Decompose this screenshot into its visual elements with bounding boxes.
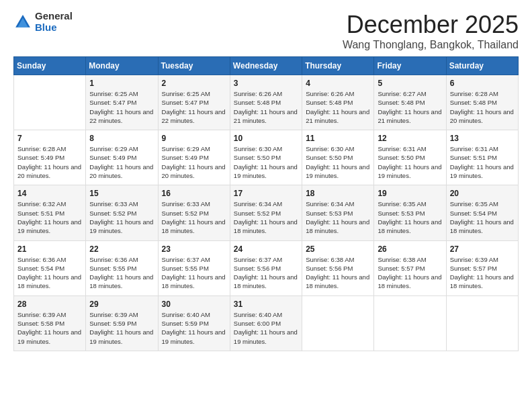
calendar-week-row: 21Sunrise: 6:36 AMSunset: 5:54 PMDayligh… <box>14 240 519 295</box>
calendar-cell: 26Sunrise: 6:38 AMSunset: 5:57 PMDayligh… <box>374 240 446 295</box>
calendar-cell: 23Sunrise: 6:37 AMSunset: 5:55 PMDayligh… <box>158 240 230 295</box>
calendar-cell: 20Sunrise: 6:35 AMSunset: 5:54 PMDayligh… <box>446 185 518 240</box>
day-number: 18 <box>306 189 370 198</box>
cell-details: Sunrise: 6:39 AMSunset: 5:57 PMDaylight:… <box>450 255 515 291</box>
calendar-cell <box>374 295 446 351</box>
day-number: 22 <box>89 244 154 254</box>
cell-details: Sunrise: 6:39 AMSunset: 5:59 PMDaylight:… <box>89 310 154 346</box>
calendar-table: SundayMondayTuesdayWednesdayThursdayFrid… <box>13 56 519 351</box>
calendar-cell: 10Sunrise: 6:30 AMSunset: 5:50 PMDayligh… <box>230 130 302 185</box>
calendar-cell: 13Sunrise: 6:31 AMSunset: 5:51 PMDayligh… <box>446 130 518 185</box>
calendar-week-row: 14Sunrise: 6:32 AMSunset: 5:51 PMDayligh… <box>14 185 519 240</box>
calendar-cell: 25Sunrise: 6:38 AMSunset: 5:56 PMDayligh… <box>302 240 374 295</box>
header-friday: Friday <box>374 57 446 75</box>
cell-details: Sunrise: 6:39 AMSunset: 5:58 PMDaylight:… <box>17 310 82 346</box>
calendar-cell: 29Sunrise: 6:39 AMSunset: 5:59 PMDayligh… <box>86 295 158 351</box>
day-number: 21 <box>17 244 82 254</box>
cell-details: Sunrise: 6:36 AMSunset: 5:54 PMDaylight:… <box>17 255 82 291</box>
day-number: 9 <box>162 134 226 143</box>
day-number: 3 <box>234 79 298 88</box>
cell-details: Sunrise: 6:34 AMSunset: 5:53 PMDaylight:… <box>306 199 370 235</box>
month-title: December 2025 <box>343 11 519 39</box>
day-number: 30 <box>162 300 226 309</box>
logo: General Blue <box>13 11 73 33</box>
calendar-cell: 21Sunrise: 6:36 AMSunset: 5:54 PMDayligh… <box>14 240 86 295</box>
calendar-week-row: 7Sunrise: 6:28 AMSunset: 5:49 PMDaylight… <box>14 130 519 185</box>
day-number: 8 <box>89 134 154 143</box>
day-number: 2 <box>162 79 226 88</box>
calendar-cell: 12Sunrise: 6:31 AMSunset: 5:50 PMDayligh… <box>374 130 446 185</box>
day-number: 24 <box>234 244 298 254</box>
cell-details: Sunrise: 6:27 AMSunset: 5:48 PMDaylight:… <box>378 89 442 125</box>
day-number: 19 <box>378 189 442 198</box>
calendar-cell: 7Sunrise: 6:28 AMSunset: 5:49 PMDaylight… <box>14 130 86 185</box>
location-title: Wang Thonglang, Bangkok, Thailand <box>343 39 519 51</box>
header-sunday: Sunday <box>14 57 86 75</box>
cell-details: Sunrise: 6:28 AMSunset: 5:49 PMDaylight:… <box>17 144 82 180</box>
cell-details: Sunrise: 6:35 AMSunset: 5:53 PMDaylight:… <box>378 199 442 235</box>
cell-details: Sunrise: 6:37 AMSunset: 5:55 PMDaylight:… <box>162 255 226 291</box>
header-wednesday: Wednesday <box>230 57 302 75</box>
cell-details: Sunrise: 6:31 AMSunset: 5:50 PMDaylight:… <box>378 144 442 180</box>
calendar-cell <box>446 295 518 351</box>
calendar-cell <box>14 75 86 130</box>
day-number: 31 <box>234 300 298 309</box>
cell-details: Sunrise: 6:25 AMSunset: 5:47 PMDaylight:… <box>89 89 154 125</box>
day-number: 12 <box>378 134 442 143</box>
day-number: 5 <box>378 79 442 88</box>
day-number: 1 <box>89 79 154 88</box>
cell-details: Sunrise: 6:34 AMSunset: 5:52 PMDaylight:… <box>234 199 298 235</box>
calendar-week-row: 28Sunrise: 6:39 AMSunset: 5:58 PMDayligh… <box>14 295 519 351</box>
cell-details: Sunrise: 6:33 AMSunset: 5:52 PMDaylight:… <box>89 199 154 235</box>
calendar-cell: 22Sunrise: 6:36 AMSunset: 5:55 PMDayligh… <box>86 240 158 295</box>
logo-icon <box>13 13 32 32</box>
calendar-cell: 1Sunrise: 6:25 AMSunset: 5:47 PMDaylight… <box>86 75 158 130</box>
day-number: 11 <box>306 134 370 143</box>
cell-details: Sunrise: 6:38 AMSunset: 5:57 PMDaylight:… <box>378 255 442 291</box>
calendar-cell: 15Sunrise: 6:33 AMSunset: 5:52 PMDayligh… <box>86 185 158 240</box>
day-number: 10 <box>234 134 298 143</box>
day-number: 28 <box>17 300 82 309</box>
cell-details: Sunrise: 6:33 AMSunset: 5:52 PMDaylight:… <box>162 199 226 235</box>
day-number: 26 <box>378 244 442 254</box>
calendar-cell <box>302 295 374 351</box>
day-number: 4 <box>306 79 370 88</box>
day-number: 7 <box>17 134 82 143</box>
cell-details: Sunrise: 6:37 AMSunset: 5:56 PMDaylight:… <box>234 255 298 291</box>
calendar-cell: 5Sunrise: 6:27 AMSunset: 5:48 PMDaylight… <box>374 75 446 130</box>
calendar-cell: 2Sunrise: 6:25 AMSunset: 5:47 PMDaylight… <box>158 75 230 130</box>
calendar-cell: 19Sunrise: 6:35 AMSunset: 5:53 PMDayligh… <box>374 185 446 240</box>
cell-details: Sunrise: 6:29 AMSunset: 5:49 PMDaylight:… <box>162 144 226 180</box>
calendar-week-row: 1Sunrise: 6:25 AMSunset: 5:47 PMDaylight… <box>14 75 519 130</box>
cell-details: Sunrise: 6:26 AMSunset: 5:48 PMDaylight:… <box>306 89 370 125</box>
day-number: 6 <box>450 79 515 88</box>
day-number: 16 <box>162 189 226 198</box>
cell-details: Sunrise: 6:31 AMSunset: 5:51 PMDaylight:… <box>450 144 515 180</box>
cell-details: Sunrise: 6:32 AMSunset: 5:51 PMDaylight:… <box>17 199 82 235</box>
cell-details: Sunrise: 6:30 AMSunset: 5:50 PMDaylight:… <box>234 144 298 180</box>
day-number: 15 <box>89 189 154 198</box>
day-number: 13 <box>450 134 515 143</box>
calendar-header-row: SundayMondayTuesdayWednesdayThursdayFrid… <box>14 57 519 75</box>
cell-details: Sunrise: 6:35 AMSunset: 5:54 PMDaylight:… <box>450 199 515 235</box>
day-number: 17 <box>234 189 298 198</box>
logo-general-text: General <box>35 11 73 22</box>
calendar-cell: 27Sunrise: 6:39 AMSunset: 5:57 PMDayligh… <box>446 240 518 295</box>
calendar-cell: 28Sunrise: 6:39 AMSunset: 5:58 PMDayligh… <box>14 295 86 351</box>
calendar-cell: 14Sunrise: 6:32 AMSunset: 5:51 PMDayligh… <box>14 185 86 240</box>
day-number: 27 <box>450 244 515 254</box>
cell-details: Sunrise: 6:29 AMSunset: 5:49 PMDaylight:… <box>89 144 154 180</box>
header-monday: Monday <box>86 57 158 75</box>
day-number: 23 <box>162 244 226 254</box>
calendar-cell: 31Sunrise: 6:40 AMSunset: 6:00 PMDayligh… <box>230 295 302 351</box>
logo-blue-text: Blue <box>35 22 73 34</box>
logo-text: General Blue <box>35 11 73 33</box>
calendar-cell: 11Sunrise: 6:30 AMSunset: 5:50 PMDayligh… <box>302 130 374 185</box>
calendar-cell: 24Sunrise: 6:37 AMSunset: 5:56 PMDayligh… <box>230 240 302 295</box>
title-block: December 2025 Wang Thonglang, Bangkok, T… <box>343 11 519 51</box>
cell-details: Sunrise: 6:40 AMSunset: 5:59 PMDaylight:… <box>162 310 226 346</box>
calendar-cell: 9Sunrise: 6:29 AMSunset: 5:49 PMDaylight… <box>158 130 230 185</box>
calendar-cell: 16Sunrise: 6:33 AMSunset: 5:52 PMDayligh… <box>158 185 230 240</box>
cell-details: Sunrise: 6:36 AMSunset: 5:55 PMDaylight:… <box>89 255 154 291</box>
day-number: 14 <box>17 189 82 198</box>
